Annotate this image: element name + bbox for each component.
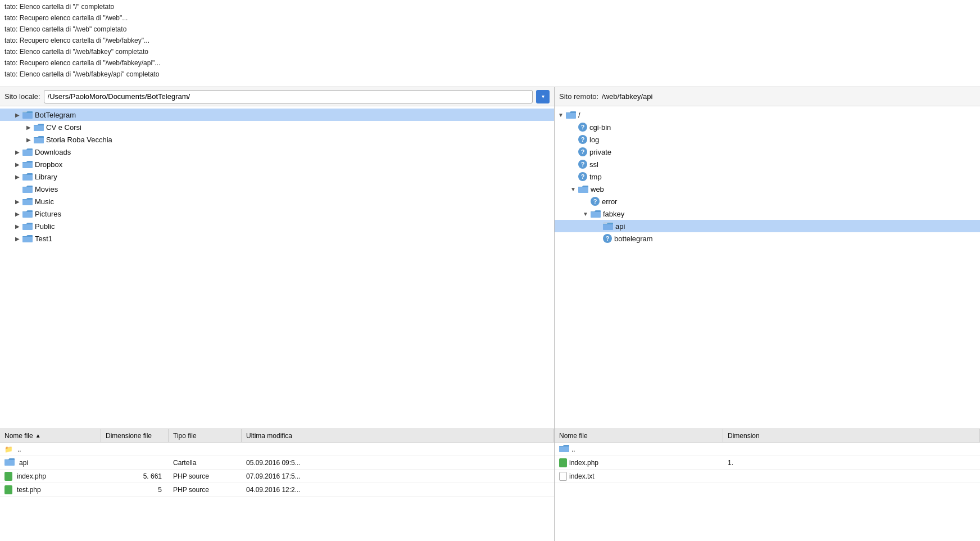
- log-line: tato: Elenco cartella di "/" completato: [4, 1, 976, 12]
- folder-icon-music: [22, 197, 33, 205]
- right-file-row[interactable]: index.php 1.: [555, 456, 980, 470]
- tree-arrow-cve[interactable]: [25, 123, 33, 131]
- tree-item-label-downloads: Downloads: [35, 148, 71, 156]
- folder-icon-dropbox: [22, 160, 33, 168]
- file-col-type: PHP source: [169, 486, 242, 494]
- left-file-list-header: Nome file ▲ Dimensione file Tipo file Ul…: [0, 429, 554, 443]
- left-tree-item-library[interactable]: Library: [0, 170, 554, 183]
- tree-arrow-downloads[interactable]: [13, 148, 21, 156]
- tree-arrow-right-fabkey[interactable]: [582, 210, 589, 218]
- tree-item-label-movies: Movies: [35, 185, 58, 193]
- tree-item-label-test1: Test1: [35, 235, 52, 243]
- left-tree-item-public[interactable]: Public: [0, 220, 554, 232]
- left-tree-item-music[interactable]: Music: [0, 195, 554, 208]
- left-tree-item-movies[interactable]: Movies: [0, 183, 554, 195]
- svg-rect-11: [4, 459, 15, 466]
- tree-arrow-library[interactable]: [13, 173, 21, 181]
- right-path-label: Sito remoto:: [559, 92, 598, 101]
- right-file-row[interactable]: ..: [555, 443, 980, 456]
- right-tree-item-label-api: api: [615, 222, 625, 231]
- left-path-dropdown-button[interactable]: ▾: [536, 90, 550, 103]
- right-tree-item-label-cgibin: cgi-bin: [589, 123, 611, 132]
- right-tree-item-web[interactable]: web: [555, 183, 980, 195]
- right-folder-icon-api: [603, 222, 613, 230]
- svg-rect-8: [22, 211, 33, 218]
- right-file-row[interactable]: index.txt: [555, 470, 980, 483]
- right-tree-item-log[interactable]: ?log: [555, 133, 980, 146]
- svg-rect-9: [22, 224, 33, 230]
- right-tree-item-label-fabkey: fabkey: [603, 210, 624, 218]
- right-folder-icon-fabkey: [591, 210, 601, 218]
- right-file-list: Nome file Dimension .. index.php 1. inde…: [555, 429, 980, 541]
- tree-arrow-pictures[interactable]: [13, 210, 21, 218]
- right-path-value: /web/fabkey/api: [602, 92, 652, 101]
- svg-rect-16: [559, 446, 569, 452]
- file-col-size: 5. 661: [101, 472, 169, 480]
- left-file-row[interactable]: api Cartella 05.09.2016 09:5...: [0, 456, 554, 470]
- right-tree-item-api[interactable]: api: [555, 220, 980, 232]
- left-tree-item-downloads[interactable]: Downloads: [0, 146, 554, 158]
- right-tree-item-label-private: private: [589, 148, 611, 156]
- question-icon: ?: [578, 147, 587, 156]
- question-icon: ?: [578, 172, 587, 181]
- left-file-row[interactable]: index.php 5. 661 PHP source 07.09.2016 1…: [0, 470, 554, 483]
- left-file-row[interactable]: 📁..: [0, 443, 554, 456]
- tree-arrow-storia[interactable]: [25, 136, 33, 143]
- tree-arrow-music[interactable]: [13, 197, 21, 205]
- question-icon: ?: [603, 234, 612, 243]
- left-tree-item-bottelegram[interactable]: BotTelegram: [0, 109, 554, 121]
- right-folder-icon-web: [578, 185, 588, 193]
- tree-arrow-dropbox[interactable]: [13, 160, 21, 168]
- right-file-col-size: 1.: [723, 459, 980, 467]
- right-tree-item-cgibin[interactable]: ?cgi-bin: [555, 121, 980, 133]
- right-tree-item-root[interactable]: /: [555, 109, 980, 121]
- file-col-name: index.php: [0, 472, 101, 481]
- tree-arrow-test1[interactable]: [13, 235, 21, 242]
- folder-icon-pictures: [22, 210, 33, 218]
- tree-item-label-library: Library: [35, 173, 57, 181]
- right-tree-item-ssl[interactable]: ?ssl: [555, 158, 980, 170]
- right-tree-item-private[interactable]: ?private: [555, 146, 980, 158]
- file-col-date: 05.09.2016 09:5...: [242, 459, 554, 467]
- log-line: tato: Elenco cartella di "/web" completa…: [4, 24, 976, 35]
- tree-arrow-right-root[interactable]: [557, 111, 565, 119]
- tree-item-label-pictures: Pictures: [35, 210, 61, 218]
- right-tree-item-fabkey[interactable]: fabkey: [555, 208, 980, 220]
- tree-arrow-right-web[interactable]: [569, 185, 577, 193]
- right-tree-item-label-log: log: [589, 136, 599, 144]
- question-icon: ?: [578, 160, 587, 169]
- col-header-size: Dimensione file: [101, 429, 169, 442]
- left-path-label: Sito locale:: [4, 92, 40, 101]
- left-tree-item-test1[interactable]: Test1: [0, 232, 554, 245]
- left-tree-item-cve[interactable]: CV e Corsi: [0, 121, 554, 133]
- tree-item-label-bottelegram: BotTelegram: [35, 111, 76, 119]
- log-line: tato: Recupero elenco cartella di "/web"…: [4, 12, 976, 24]
- svg-rect-3: [22, 150, 33, 156]
- svg-rect-14: [591, 211, 601, 218]
- log-line: tato: Elenco cartella di "/web/fabkey" c…: [4, 46, 976, 57]
- right-file-col-name: ..: [555, 444, 723, 454]
- right-tree-item-tmp[interactable]: ?tmp: [555, 170, 980, 183]
- svg-rect-7: [22, 199, 33, 205]
- left-tree-item-storia[interactable]: Storia Roba Vecchia: [0, 133, 554, 146]
- left-file-list: Nome file ▲ Dimensione file Tipo file Ul…: [0, 429, 554, 541]
- tree-arrow-bottelegram[interactable]: [13, 111, 21, 119]
- left-path-input[interactable]: [44, 90, 533, 103]
- file-col-date: 07.09.2016 17:5...: [242, 472, 554, 480]
- right-tree-item-bottelegram[interactable]: ?bottelegram: [555, 232, 980, 245]
- left-file-row[interactable]: test.php 5 PHP source 04.09.2016 12:2...: [0, 483, 554, 497]
- log-line: tato: Recupero elenco cartella di "/web/…: [4, 57, 976, 69]
- right-file-list-header: Nome file Dimension: [555, 429, 980, 443]
- right-tree-item-label-root: /: [578, 111, 580, 119]
- left-tree-item-dropbox[interactable]: Dropbox: [0, 158, 554, 170]
- right-file-col-name: index.php: [555, 458, 723, 467]
- right-folder-icon-root: [566, 111, 576, 119]
- left-tree-item-pictures[interactable]: Pictures: [0, 208, 554, 220]
- right-tree-item-error[interactable]: ?error: [555, 195, 980, 208]
- tree-arrow-public[interactable]: [13, 222, 21, 230]
- question-icon: ?: [578, 135, 587, 144]
- right-parent-icon: [559, 444, 569, 454]
- log-line: tato: Elenco cartella di "/web/fabkey/ap…: [4, 69, 976, 80]
- svg-rect-6: [22, 187, 33, 193]
- svg-rect-5: [22, 174, 33, 181]
